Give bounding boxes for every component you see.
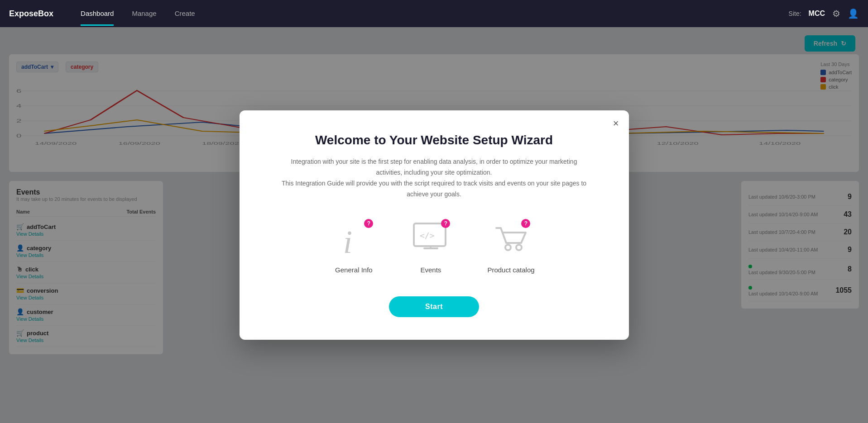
modal-desc-line2: This Integration Guide will provide you … (280, 178, 588, 200)
nav-dashboard[interactable]: Dashboard (81, 1, 114, 26)
modal-close-button[interactable]: × (613, 119, 619, 128)
events-step-label: Events (420, 266, 441, 274)
app-logo: ExposeBox (9, 9, 53, 19)
modal-desc-line1: Integration with your site is the first … (280, 157, 588, 178)
events-icon-wrapper: </> ? (410, 218, 451, 259)
wizard-step-general-info[interactable]: i ? General Info (333, 218, 374, 274)
site-label: Site: (789, 10, 801, 17)
start-button[interactable]: Start (389, 296, 479, 317)
nav-links: Dashboard Manage Create (81, 1, 789, 26)
top-nav: ExposeBox Dashboard Manage Create Site: … (0, 0, 868, 27)
svg-text:i: i (343, 224, 352, 257)
product-catalog-icon-wrapper: ? (490, 218, 531, 259)
general-info-icon-wrapper: i ? (333, 218, 374, 259)
product-catalog-badge: ? (521, 219, 530, 228)
modal-description: Integration with your site is the first … (280, 157, 588, 200)
svg-text:</>: </> (420, 231, 435, 240)
user-icon[interactable]: 👤 (848, 8, 859, 19)
general-info-label: General Info (335, 266, 373, 274)
gear-icon[interactable]: ⚙ (832, 8, 840, 19)
nav-create[interactable]: Create (175, 1, 195, 26)
nav-manage[interactable]: Manage (132, 1, 156, 26)
close-icon: × (613, 118, 619, 129)
svg-point-19 (505, 245, 511, 250)
wizard-step-product-catalog[interactable]: ? Product catalog (487, 218, 534, 274)
events-badge: ? (441, 219, 450, 228)
modal-overlay: × Welcome to Your Website Setup Wizard I… (0, 27, 868, 423)
svg-point-20 (516, 245, 522, 250)
modal-title: Welcome to Your Website Setup Wizard (267, 133, 602, 147)
nav-right: Site: MCC ⚙ 👤 (789, 8, 859, 19)
setup-wizard-modal: × Welcome to Your Website Setup Wizard I… (240, 110, 629, 339)
wizard-step-events[interactable]: </> ? Events (410, 218, 451, 274)
general-info-badge: ? (364, 219, 373, 228)
site-name: MCC (809, 10, 825, 18)
main-content: Refresh ↻ addToCart ▾ category Last 30 D… (0, 27, 868, 423)
product-catalog-label: Product catalog (487, 266, 534, 274)
wizard-steps: i ? General Info </> (267, 218, 602, 274)
